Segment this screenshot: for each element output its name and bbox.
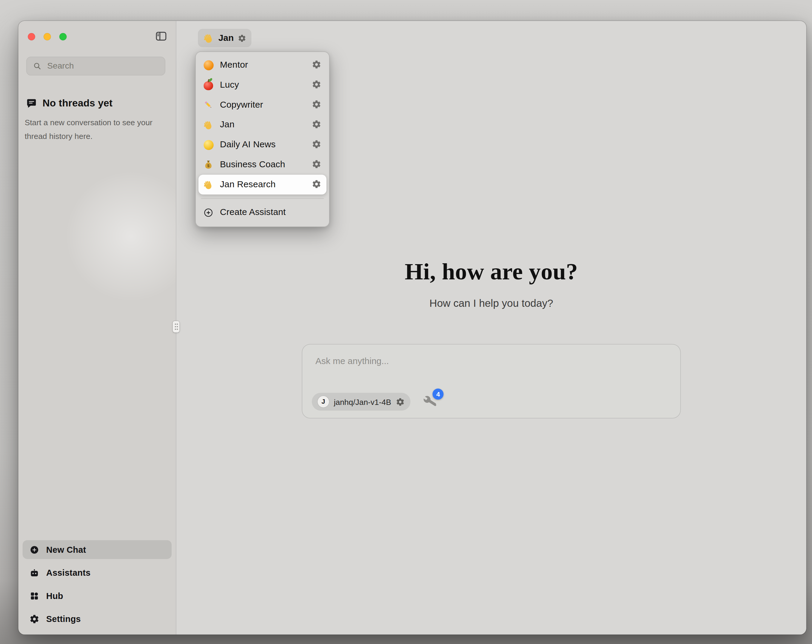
model-selector[interactable]: J janhq/Jan-v1-4B [312,393,411,411]
sidebar-item-hub[interactable]: Hub [23,586,172,605]
assistant-settings-gear-icon[interactable] [311,120,322,130]
sidebar-resize-handle[interactable] [173,321,180,332]
gear-icon [29,614,39,624]
composer-toolbar: J janhq/Jan-v1-4B 4 [312,393,671,411]
assistant-menu-item-mentor[interactable]: Mentor [198,55,327,75]
empty-state-description: Start a new conversation to see your thr… [25,116,156,143]
assistant-settings-gear-icon[interactable] [311,60,322,70]
traffic-lights [28,33,67,41]
desktop: No threads yet Start a new conversation … [0,0,812,644]
assistant-menu-item-lucy[interactable]: Lucy [198,75,327,95]
model-avatar: J [317,396,329,408]
assistant-badge-icon [29,568,39,577]
sidebar-item-assistants[interactable]: Assistants [23,563,172,582]
sidebar-item-label: Assistants [46,568,91,577]
chat-bubble-icon [26,98,37,108]
create-assistant-button[interactable]: Create Assistant [198,202,327,222]
sidebar-item-label: Settings [46,614,81,624]
sidebar: No threads yet Start a new conversation … [18,21,176,635]
greeting-subtitle: How can I help you today? [176,297,806,309]
empty-state-title: No threads yet [43,97,113,109]
model-name: janhq/Jan-v1-4B [334,397,391,406]
search-input[interactable] [46,61,159,71]
plus-circle-icon [29,545,39,554]
assistant-settings-gear-icon[interactable] [311,160,322,170]
tools-button[interactable]: 4 [423,395,437,408]
red-apple-icon [203,79,214,90]
assistant-menu-item-label: Jan Research [220,180,305,190]
waving-hand-icon [203,120,214,130]
empty-state: No threads yet Start a new conversation … [26,97,163,143]
assistant-menu-item-label: Daily AI News [220,140,305,150]
create-assistant-label: Create Assistant [220,207,322,218]
assistant-settings-gear-icon[interactable] [311,100,322,110]
sidebar-toggle-icon [155,30,168,42]
yellow-sphere-icon [203,140,214,150]
assistant-menu: Mentor Lucy Copywriter Jan [195,51,330,227]
sidebar-toggle-button[interactable] [154,30,168,44]
assistant-settings-gear-icon[interactable] [311,180,322,190]
assistant-selector-button[interactable]: Jan [198,29,252,47]
grid-squares-icon [29,591,39,600]
sidebar-item-settings[interactable]: Settings [23,609,172,628]
search-field[interactable] [26,57,165,75]
waving-hand-icon [203,32,214,44]
search-icon [32,61,42,71]
pencil-icon [203,100,214,110]
assistant-menu-item-jan-research[interactable]: Jan Research [198,175,327,195]
message-input[interactable] [302,345,680,377]
menu-divider [201,198,324,199]
tools-count-badge: 4 [433,388,444,399]
assistant-menu-item-label: Copywriter [220,100,305,110]
sidebar-nav: New Chat Assistants Hub Settings [23,540,172,628]
assistant-menu-item-label: Mentor [220,60,305,70]
composer: J janhq/Jan-v1-4B 4 [302,344,681,419]
sidebar-item-label: New Chat [46,545,86,554]
assistant-settings-gear-icon[interactable] [311,140,322,150]
minimize-button[interactable] [44,33,51,41]
gear-icon [238,34,246,42]
assistant-menu-item-label: Lucy [220,79,305,90]
orange-sphere-icon [203,60,214,70]
assistant-selector-label: Jan [218,33,234,43]
assistant-settings-gear-icon[interactable] [311,79,322,90]
greeting: Hi, how are you? How can I help you toda… [176,258,806,309]
sidebar-item-label: Hub [46,591,63,600]
assistant-menu-item-jan[interactable]: Jan [198,115,327,135]
close-button[interactable] [28,33,35,41]
assistant-menu-item-copywriter[interactable]: Copywriter [198,95,327,115]
assistant-menu-item-daily-ai-news[interactable]: Daily AI News [198,135,327,155]
assistant-menu-item-business-coach[interactable]: Business Coach [198,155,327,175]
plus-circle-icon [203,207,214,218]
sidebar-item-new-chat[interactable]: New Chat [23,540,172,559]
money-bag-icon [203,160,214,170]
grip-dots-icon [174,323,178,330]
assistant-menu-item-label: Jan [220,120,305,130]
assistant-menu-item-label: Business Coach [220,160,305,170]
app-window: No threads yet Start a new conversation … [18,21,806,635]
waving-hand-icon [203,180,214,190]
zoom-button[interactable] [60,33,67,41]
greeting-title: Hi, how are you? [176,258,806,285]
main-area: Jan Mentor Lucy Copywriter [176,21,806,635]
gear-icon [396,397,405,406]
